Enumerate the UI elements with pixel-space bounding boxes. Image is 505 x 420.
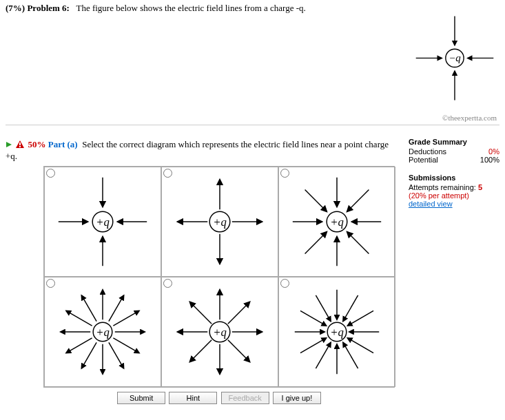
svg-line-66 (343, 295, 358, 322)
feedback-button: Feedback (221, 392, 269, 404)
svg-line-28 (305, 232, 327, 254)
header-diagram: −q (413, 10, 497, 107)
sidebar: Grade Summary Deductions 0% Potential 10… (396, 138, 499, 208)
svg-line-58 (343, 342, 358, 368)
problem-text: The figure below shows the electric fiel… (76, 3, 305, 13)
svg-line-27 (347, 189, 369, 211)
svg-text:+q: +q (96, 216, 110, 229)
option-cell[interactable]: +q (44, 277, 161, 387)
svg-text:+q: +q (213, 326, 227, 339)
answer-grid: +q +q (43, 166, 395, 388)
option-cell[interactable]: +q (278, 277, 395, 387)
warning-icon (16, 140, 24, 151)
submissions-title: Submissions (409, 174, 499, 182)
svg-rect-6 (19, 143, 21, 145)
potential-value: 100% (480, 156, 499, 164)
option-cell[interactable]: +q (44, 167, 161, 277)
penalty-text: (20% per attempt) (409, 191, 499, 200)
problem-label: Problem 6: (27, 3, 70, 13)
giveup-button[interactable]: I give up! (273, 392, 321, 404)
option-radio[interactable] (163, 279, 172, 288)
svg-line-43 (113, 311, 139, 326)
svg-line-64 (316, 295, 331, 322)
svg-line-51 (228, 302, 250, 324)
option-cell[interactable]: +q (161, 277, 278, 387)
option-radio[interactable] (280, 169, 289, 178)
submit-button[interactable]: Submit (117, 392, 165, 404)
svg-line-36 (81, 342, 96, 368)
option-cell[interactable]: +q (278, 167, 395, 277)
watermark: ©theexpertta.com (413, 114, 497, 122)
potential-label: Potential (409, 156, 438, 164)
svg-line-40 (81, 295, 96, 322)
svg-line-63 (300, 311, 327, 326)
svg-line-53 (228, 340, 250, 362)
option-cell[interactable]: +q (161, 167, 278, 277)
svg-text:+q: +q (330, 326, 344, 339)
button-row: Submit Hint Feedback I give up! (43, 392, 395, 404)
svg-text:−q: −q (449, 52, 461, 63)
problem-weight: (7%) (6, 3, 25, 13)
problem-header: (7%) Problem 6: The figure below shows t… (6, 3, 410, 15)
deductions-label: Deductions (409, 147, 446, 156)
part-label: Part (a) (48, 139, 78, 149)
svg-line-33 (113, 338, 139, 353)
svg-line-60 (316, 342, 331, 368)
svg-line-39 (66, 311, 92, 326)
option-radio[interactable] (46, 279, 55, 288)
svg-text:+q: +q (330, 216, 344, 229)
svg-line-61 (300, 338, 327, 353)
svg-text:+q: +q (96, 326, 110, 339)
problem-block: (7%) Problem 6: The figure below shows t… (6, 3, 499, 125)
detailed-view-link[interactable]: detailed view (409, 200, 499, 208)
hint-button[interactable]: Hint (169, 392, 217, 404)
part-header: 50% Part (a) Select the correct diagram … (6, 138, 396, 166)
svg-line-57 (347, 338, 373, 353)
svg-line-29 (347, 232, 369, 254)
option-radio[interactable] (46, 169, 55, 178)
attempts-value: 5 (478, 183, 482, 191)
part-percent: 50% (28, 139, 46, 149)
svg-rect-7 (19, 146, 21, 147)
svg-line-67 (347, 311, 373, 326)
deductions-value: 0% (488, 147, 499, 156)
svg-line-34 (109, 342, 124, 368)
svg-line-26 (305, 189, 327, 211)
svg-line-37 (66, 338, 92, 353)
svg-line-50 (190, 302, 212, 324)
grade-summary-title: Grade Summary (409, 138, 499, 146)
attempts-label: Attempts remaining: (409, 183, 476, 191)
svg-line-42 (109, 295, 124, 322)
svg-line-52 (190, 340, 212, 362)
expand-icon (6, 140, 12, 151)
svg-text:+q: +q (213, 216, 227, 229)
option-radio[interactable] (163, 169, 172, 178)
option-radio[interactable] (280, 279, 289, 288)
